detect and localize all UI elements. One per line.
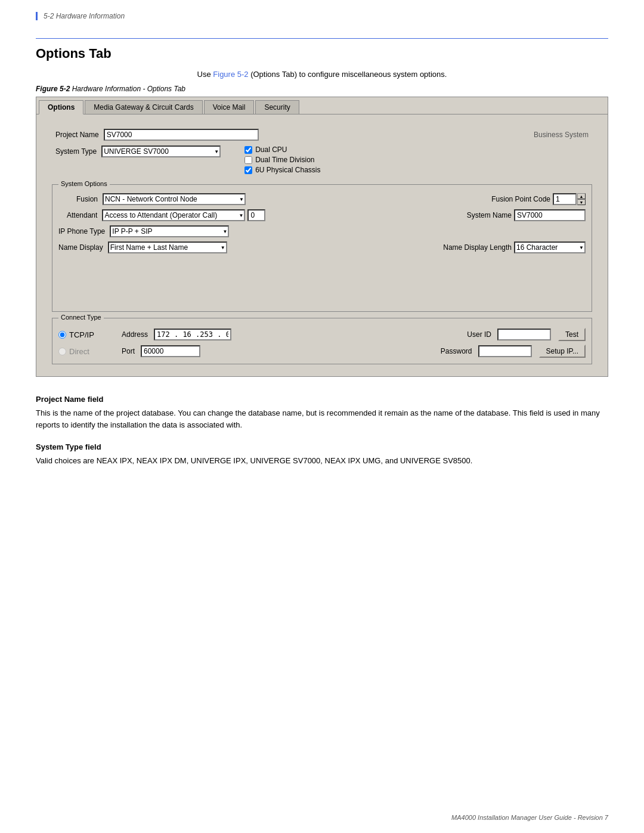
tab-security[interactable]: Security (255, 100, 299, 114)
tcpip-radio-row: TCP/IP (58, 330, 106, 339)
groupbox-spacer (58, 258, 586, 305)
header-text: 5-2 Hardware Information (44, 12, 125, 20)
name-display-row: Name Display First Name + Last Name Name… (58, 241, 586, 253)
dual-time-label: Dual Time Division (255, 156, 314, 164)
intro-before: Use (197, 70, 213, 79)
name-display-select[interactable]: First Name + Last Name (108, 241, 227, 253)
fusion-select[interactable]: NCN - Network Control Node (103, 193, 246, 205)
body-section-project-name: Project Name field This is the name of t… (36, 395, 608, 431)
business-system-label: Business System (522, 131, 589, 139)
figure-title: Hardware Information - Options Tab (72, 85, 185, 93)
attendant-select[interactable]: Access to Attendant (Operator Call) (102, 209, 245, 221)
name-display-label: Name Display (58, 243, 103, 252)
direct-radio-row: Direct (58, 347, 106, 356)
system-name-label: System Name (467, 211, 512, 219)
figure-caption: Figure 5-2 Hardware Information - Option… (36, 85, 608, 93)
fusion-select-wrapper: NCN - Network Control Node (103, 193, 246, 205)
dual-cpu-row: Dual CPU (244, 145, 320, 154)
connect-type-content: TCP/IP Address User ID Test Direct (58, 323, 586, 358)
dual-time-row: Dual Time Division (244, 156, 320, 164)
direct-label: Direct (69, 347, 89, 356)
user-id-label: User ID (467, 330, 491, 339)
system-type-select[interactable]: UNIVERGE SV7000 NEAX IPX NEAX IPX DM UNI… (101, 145, 221, 157)
project-name-label: Project Name (55, 131, 99, 139)
figure-label: Figure 5-2 (36, 85, 70, 93)
address-input[interactable] (154, 329, 231, 340)
ip-phone-type-select-wrapper: IP P-P + SIP (110, 225, 229, 237)
password-label: Password (441, 347, 472, 355)
tcpip-label: TCP/IP (69, 330, 94, 339)
dual-cpu-checkbox[interactable] (244, 146, 252, 154)
ip-phone-type-label: IP Phone Type (58, 227, 105, 236)
ip-phone-type-select[interactable]: IP P-P + SIP (110, 225, 229, 237)
tab-bar: Options Media Gateway & Circuit Cards Vo… (36, 97, 608, 114)
section-title: Options Tab (36, 46, 608, 61)
page-footer: MA4000 Installation Manager User Guide -… (451, 814, 608, 821)
spinner-down-btn[interactable]: ▼ (577, 199, 586, 205)
physical-chassis-row: 6U Physical Chassis (244, 166, 320, 174)
section-divider (36, 38, 608, 39)
footer-text: MA4000 Installation Manager User Guide -… (451, 814, 608, 821)
tab-options[interactable]: Options (39, 100, 83, 114)
system-type-label: System Type (55, 147, 97, 156)
top-form-area: Project Name Business System System Type… (46, 123, 598, 181)
attendant-num-input[interactable] (247, 209, 265, 221)
intro-paragraph: Use Figure 5-2 (Options Tab) to configur… (36, 70, 608, 79)
project-name-body: This is the name of the project database… (36, 407, 608, 431)
attendant-label: Attendant (67, 211, 97, 219)
system-type-body: Valid choices are NEAX IPX, NEAX IPX DM,… (36, 455, 608, 467)
fusion-point-code-spinner: ▲ ▼ (553, 193, 586, 205)
direct-row: Direct Port Password Setup IP... (58, 345, 586, 358)
system-type-heading: System Type field (36, 442, 608, 451)
tcpip-radio[interactable] (58, 331, 66, 339)
user-id-input[interactable] (497, 329, 551, 340)
connect-type-groupbox: Connect Type TCP/IP Address User ID T (52, 318, 592, 364)
system-options-groupbox: System Options Fusion NCN - Network Cont… (52, 184, 592, 312)
connect-type-title: Connect Type (58, 314, 104, 321)
system-type-row: System Type UNIVERGE SV7000 NEAX IPX NEA… (55, 145, 589, 176)
checkbox-group: Dual CPU Dual Time Division 6U Physical … (244, 145, 320, 176)
test-button[interactable]: Test (558, 328, 586, 341)
setup-ip-button[interactable]: Setup IP... (539, 345, 586, 358)
system-name-input[interactable] (514, 209, 586, 221)
spinner-buttons: ▲ ▼ (577, 193, 586, 205)
tab-media-gateway[interactable]: Media Gateway & Circuit Cards (85, 100, 202, 114)
port-label: Port (122, 347, 135, 355)
attendant-row: Attendant Access to Attendant (Operator … (58, 209, 586, 221)
figure-link[interactable]: Figure 5-2 (213, 70, 248, 79)
system-type-select-wrapper: UNIVERGE SV7000 NEAX IPX NEAX IPX DM UNI… (101, 145, 221, 157)
attendant-select-wrapper: Access to Attendant (Operator Call) (102, 209, 245, 221)
spinner-up-btn[interactable]: ▲ (577, 193, 586, 199)
tab-voice-mail[interactable]: Voice Mail (204, 100, 255, 114)
name-display-length-label: Name Display Length (443, 243, 512, 252)
address-label: Address (122, 330, 148, 339)
fusion-row: Fusion NCN - Network Control Node Fusion… (58, 193, 586, 205)
name-display-select-wrapper: First Name + Last Name (108, 241, 227, 253)
password-input[interactable] (478, 345, 532, 357)
dialog-content: Project Name Business System System Type… (36, 114, 608, 376)
body-section-system-type: System Type field Valid choices are NEAX… (36, 442, 608, 467)
project-name-input[interactable] (104, 129, 259, 141)
ip-phone-type-row: IP Phone Type IP P-P + SIP (58, 225, 586, 237)
project-name-heading: Project Name field (36, 395, 608, 404)
dual-time-checkbox[interactable] (244, 156, 252, 164)
direct-radio[interactable] (58, 348, 66, 355)
physical-chassis-label: 6U Physical Chassis (255, 166, 320, 174)
system-options-title: System Options (58, 180, 110, 187)
port-input[interactable] (141, 345, 200, 357)
page-header: 5-2 Hardware Information (36, 12, 608, 20)
intro-after: (Options Tab) to configure miscellaneous… (249, 70, 447, 79)
name-display-length-select[interactable]: 16 Character (514, 241, 586, 253)
physical-chassis-checkbox[interactable] (244, 166, 252, 174)
dual-cpu-label: Dual CPU (255, 145, 287, 154)
tcpip-row: TCP/IP Address User ID Test (58, 328, 586, 341)
project-name-row: Project Name Business System (55, 129, 589, 141)
dialog-box: Options Media Gateway & Circuit Cards Vo… (36, 97, 608, 377)
name-display-length-select-wrapper: 16 Character (514, 241, 586, 253)
fusion-point-code-input[interactable] (553, 193, 577, 205)
fusion-label: Fusion (76, 195, 98, 203)
fusion-point-code-label: Fusion Point Code (491, 195, 550, 203)
